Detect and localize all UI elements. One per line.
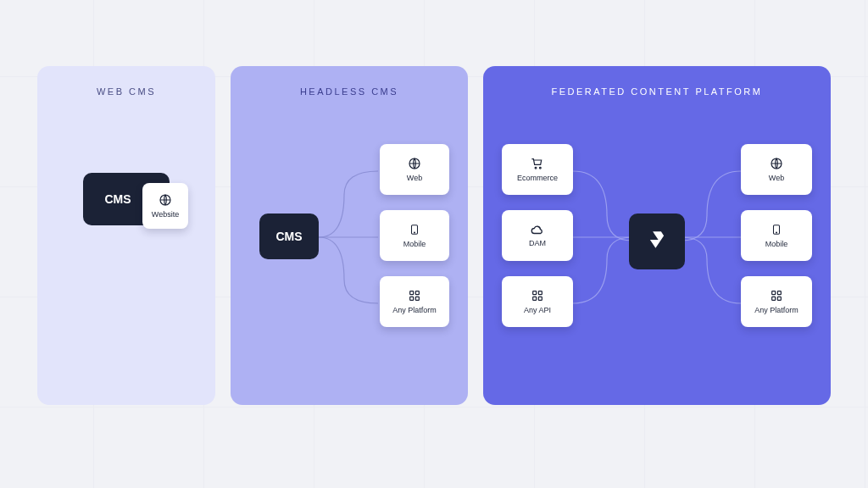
card-label: Mobile: [403, 240, 426, 248]
panel-title: FEDERATED CONTENT PLATFORM: [500, 86, 814, 97]
card-label: Any API: [524, 306, 551, 314]
globe-icon: [159, 193, 172, 207]
svg-rect-13: [538, 297, 542, 300]
cms-block: CMS Website: [83, 173, 170, 225]
svg-rect-11: [538, 291, 542, 295]
connector-lines-right: [682, 146, 741, 349]
card-label: Website: [152, 210, 179, 219]
inputs-column: Ecommerce DAM Any API: [502, 144, 573, 327]
panel-federated-content-platform: FEDERATED CONTENT PLATFORM Ecommerce: [483, 66, 831, 405]
svg-rect-12: [533, 297, 537, 300]
mobile-icon: [771, 223, 782, 236]
panel-title: WEB CMS: [54, 86, 198, 97]
panel-web-cms: WEB CMS CMS Website: [37, 66, 215, 405]
card-label: Web: [769, 174, 784, 182]
outputs-column: Web Mobile Any Platform: [380, 144, 449, 327]
card-label: Mobile: [765, 240, 788, 248]
panel-headless-cms: HEADLESS CMS CMS Web: [231, 66, 468, 405]
svg-point-16: [776, 232, 777, 233]
output-any-platform: Any Platform: [741, 276, 812, 327]
globe-icon: [770, 157, 783, 170]
output-web: Web: [741, 144, 812, 195]
grid-icon: [770, 289, 783, 302]
svg-rect-19: [772, 297, 776, 300]
svg-rect-18: [777, 291, 781, 295]
input-any-api: Any API: [502, 276, 573, 327]
output-any-platform: Any Platform: [380, 276, 449, 327]
cloud-icon: [530, 224, 545, 236]
input-ecommerce: Ecommerce: [502, 144, 573, 195]
card-label: Any Platform: [754, 306, 798, 314]
card-label: Ecommerce: [517, 174, 558, 182]
hub-block: [629, 214, 685, 269]
svg-rect-4: [410, 291, 414, 295]
connector-lines: [319, 146, 387, 349]
mobile-icon: [409, 223, 420, 236]
output-mobile: Mobile: [741, 210, 812, 261]
output-web: Web: [380, 144, 449, 195]
hub-logo-icon: [646, 229, 668, 254]
input-dam: DAM: [502, 210, 573, 261]
cart-icon: [531, 157, 544, 170]
diagram-stage: WEB CMS CMS Website HEADLESS CMS: [0, 0, 868, 405]
connector-lines-left: [573, 146, 632, 349]
outputs-column: Web Mobile Any Platform: [741, 144, 812, 327]
card-label: Web: [407, 174, 422, 182]
svg-point-9: [539, 167, 541, 169]
grid-icon: [408, 289, 421, 302]
svg-point-8: [535, 167, 537, 169]
card-label: Any Platform: [392, 306, 437, 314]
cms-label: CMS: [275, 230, 302, 243]
svg-rect-6: [410, 297, 414, 300]
output-mobile: Mobile: [380, 210, 449, 261]
output-website: Website: [142, 183, 188, 229]
svg-rect-7: [415, 297, 419, 300]
cms-block: CMS: [259, 214, 319, 259]
cms-label: CMS: [104, 192, 131, 206]
svg-rect-17: [772, 291, 776, 295]
panel-title: HEADLESS CMS: [248, 86, 451, 97]
svg-point-3: [415, 232, 415, 233]
svg-rect-20: [777, 297, 781, 300]
grid-icon: [531, 289, 544, 302]
svg-rect-5: [415, 291, 419, 295]
globe-icon: [408, 157, 421, 170]
card-label: DAM: [529, 239, 546, 247]
svg-rect-10: [533, 291, 537, 295]
